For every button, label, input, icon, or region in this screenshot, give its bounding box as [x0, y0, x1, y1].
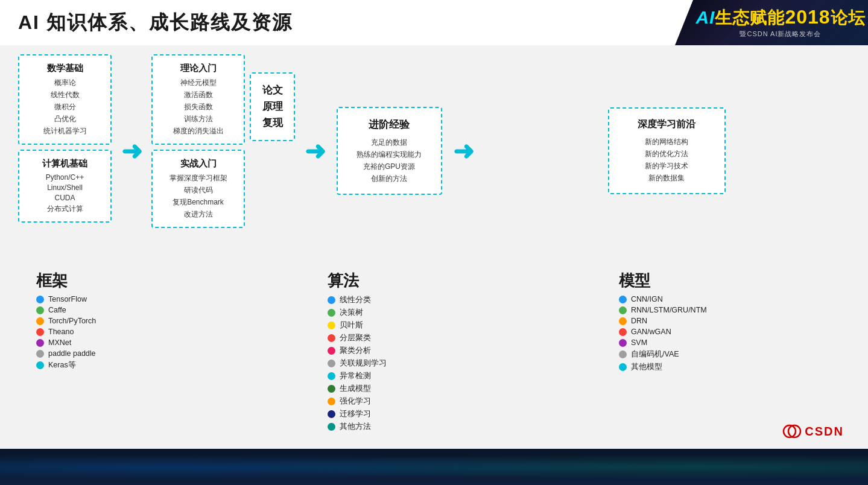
- math-box: 数学基础 概率论 线性代数 微积分 凸优化 统计机器学习: [18, 54, 112, 145]
- drn-label: DRN: [631, 317, 647, 325]
- paper-box: 论文原理复现: [250, 72, 295, 141]
- cluster-dot: [328, 347, 335, 355]
- page-title: AI 知识体系、成长路线及资源: [18, 10, 293, 36]
- theory-title: 理论入门: [162, 63, 234, 74]
- rl-label: 强化学习: [340, 396, 371, 407]
- legend-mxnet: MXNet: [36, 338, 96, 347]
- deep-item-2: 新的优化方法: [645, 149, 688, 159]
- legend-association: 关联规则学习: [328, 358, 387, 369]
- computer-items: Python/C++ Linux/Shell CUDA 分布式计算: [29, 173, 101, 214]
- legend-cluster: 聚类分析: [328, 346, 387, 356]
- caffe-label: Caffe: [48, 306, 66, 314]
- main-content: 数学基础 概率论 线性代数 微积分 凸优化 统计机器学习 计算机基础 Pytho…: [0, 45, 868, 485]
- anomaly-dot: [328, 372, 335, 380]
- practice-box: 实战入门 掌握深度学习框架 研读代码 复现Benchmark 改进方法: [151, 150, 245, 228]
- legends-area: 框架 TensorFlow Caffe Torch/PyTorch Theano: [18, 270, 850, 432]
- keras-label: Keras等: [48, 360, 76, 370]
- legend-tensorflow: TensorFlow: [36, 295, 96, 303]
- logo-main-text: AI生态赋能2018论坛: [695, 7, 865, 28]
- generative-dot: [328, 385, 335, 393]
- algorithm-legend: 算法 线性分类 决策树 贝叶斯 分层聚类: [267, 270, 559, 432]
- drn-dot: [619, 317, 627, 325]
- other-algo-label: 其他方法: [340, 422, 371, 432]
- linear-label: 线性分类: [340, 295, 371, 305]
- paddle-dot: [36, 350, 44, 358]
- torch-label: Torch/PyTorch: [48, 317, 96, 325]
- model-title: 模型: [619, 270, 650, 291]
- cluster-label: 聚类分析: [340, 346, 371, 356]
- mxnet-dot: [36, 339, 44, 347]
- practice-item-2: 研读代码: [184, 185, 213, 195]
- theory-box: 理论入门 神经元模型 激活函数 损失函数 训练方法 梯度的消失溢出: [151, 54, 245, 145]
- legend-caffe: Caffe: [36, 306, 96, 314]
- legend-rnn: RNN/LSTM/GRU/NTM: [619, 306, 707, 314]
- framework-title: 框架: [36, 270, 68, 291]
- theory-item-2: 激活函数: [184, 90, 213, 100]
- advanced-items: 充足的数据 熟练的编程实现能力 充裕的GPU资源 创新的方法: [346, 138, 432, 184]
- algorithm-title: 算法: [328, 270, 359, 291]
- tensorflow-dot: [36, 296, 44, 303]
- svm-label: SVM: [631, 338, 647, 347]
- deep-items: 新的网络结构 新的优化方法 新的学习技术 新的数据集: [618, 137, 716, 183]
- event-logo: AI生态赋能2018论坛 暨CSDN AI新战略发布会: [675, 0, 868, 45]
- practice-items: 掌握深度学习框架 研读代码 复现Benchmark 改进方法: [162, 173, 234, 220]
- theory-item-3: 损失函数: [184, 102, 213, 112]
- advanced-item-2: 熟练的编程实现能力: [356, 150, 422, 160]
- decision-label: 决策树: [340, 308, 363, 318]
- legend-transfer: 迁移学习: [328, 409, 387, 419]
- computer-item-2: Linux/Shell: [47, 183, 83, 192]
- computer-box: 计算机基础 Python/C++ Linux/Shell CUDA 分布式计算: [18, 150, 112, 223]
- math-item-2: 线性代数: [51, 90, 80, 100]
- model-items: CNN/IGN RNN/LSTM/GRU/NTM DRN GAN/wGAN SV…: [619, 295, 707, 372]
- computer-item-4: 分布式计算: [47, 204, 83, 214]
- legend-torch: Torch/PyTorch: [36, 317, 96, 325]
- advanced-box: 进阶经验 充足的数据 熟练的编程实现能力 充裕的GPU资源 创新的方法: [337, 107, 442, 195]
- transfer-label: 迁移学习: [340, 409, 371, 419]
- transfer-dot: [328, 410, 335, 418]
- theano-label: Theano: [48, 328, 74, 336]
- framework-items: TensorFlow Caffe Torch/PyTorch Theano MX…: [36, 295, 96, 370]
- keras-dot: [36, 361, 44, 369]
- legend-svm: SVM: [619, 338, 707, 347]
- practice-title: 实战入门: [162, 158, 234, 170]
- hierarchical-label: 分层聚类: [340, 333, 371, 343]
- bayes-dot: [328, 322, 335, 329]
- autoencoder-label: 自编码机/VAE: [631, 349, 679, 360]
- math-item-1: 概率论: [54, 78, 76, 88]
- math-item-5: 统计机器学习: [43, 126, 87, 136]
- theano-dot: [36, 328, 44, 336]
- legend-gan: GAN/wGAN: [619, 328, 707, 336]
- logo-subtitle: 暨CSDN AI新战略发布会: [740, 30, 821, 39]
- rnn-dot: [619, 306, 627, 314]
- other-model-dot: [619, 363, 627, 371]
- math-title: 数学基础: [29, 63, 101, 74]
- decision-dot: [328, 309, 335, 317]
- association-label: 关联规则学习: [340, 358, 387, 369]
- legend-other-algo: 其他方法: [328, 422, 387, 432]
- svm-dot: [619, 339, 627, 347]
- logo-eco: 生态赋能: [715, 8, 785, 27]
- legend-drn: DRN: [619, 317, 707, 325]
- linear-dot: [328, 296, 335, 304]
- theory-item-5: 梯度的消失溢出: [173, 126, 224, 136]
- arrow-1-icon: ➜: [121, 136, 142, 166]
- practice-item-3: 复现Benchmark: [173, 197, 224, 208]
- rnn-label: RNN/LSTM/GRU/NTM: [631, 306, 707, 314]
- legend-keras: Keras等: [36, 360, 96, 370]
- paper-title: 论文原理复现: [257, 82, 288, 132]
- mxnet-label: MXNet: [48, 338, 71, 347]
- math-items: 概率论 线性代数 微积分 凸优化 统计机器学习: [29, 78, 101, 136]
- anomaly-label: 异常检测: [340, 371, 371, 381]
- model-legend: 模型 CNN/IGN RNN/LSTM/GRU/NTM DRN GAN/wGAN: [559, 270, 850, 432]
- arrow-3: ➜: [448, 54, 478, 247]
- gan-dot: [619, 328, 627, 336]
- legend-other-model: 其他模型: [619, 362, 707, 372]
- math-item-3: 微积分: [54, 102, 76, 112]
- legend-hierarchical: 分层聚类: [328, 333, 387, 343]
- other-model-label: 其他模型: [631, 362, 662, 372]
- caffe-dot: [36, 306, 44, 314]
- arrow-1: ➜: [116, 54, 147, 247]
- bottom-bar: CSDN: [0, 449, 868, 485]
- computer-item-3: CUDA: [54, 194, 75, 202]
- flow-diagram: 数学基础 概率论 线性代数 微积分 凸优化 统计机器学习 计算机基础 Pytho…: [18, 54, 850, 265]
